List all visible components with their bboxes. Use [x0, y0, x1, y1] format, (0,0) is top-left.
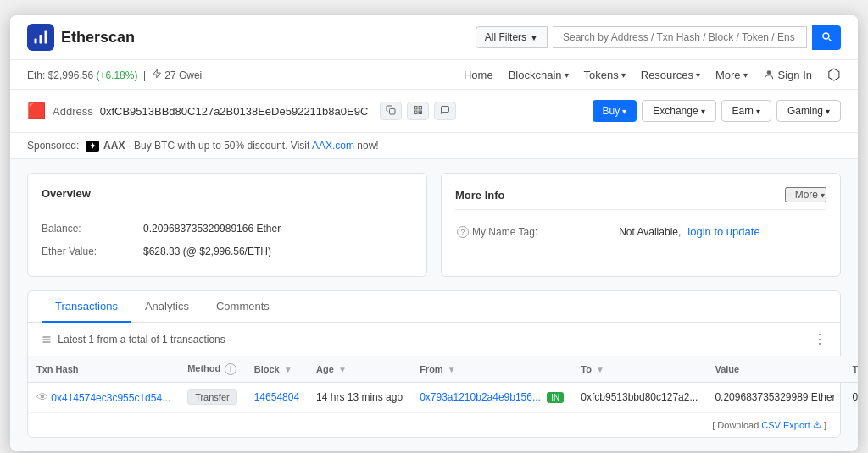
chevron-down-icon: ▾ — [565, 70, 569, 80]
exchange-button[interactable]: Exchange ▾ — [642, 100, 715, 122]
table-row: 👁 0x414574ec3c955c1d54... Transfer 14654… — [28, 383, 858, 412]
tabs-bar: Transactions Analytics Comments — [28, 291, 840, 323]
csv-export-link[interactable]: CSV Export — [761, 420, 810, 430]
search-area: All Filters ▼ — [476, 25, 841, 50]
sponsor-suffix: now! — [357, 140, 378, 152]
age-text: 14 hrs 13 mins ago — [316, 391, 403, 403]
method-info-icon: i — [225, 363, 236, 375]
svg-rect-5 — [390, 109, 396, 115]
col-block: Block ▼ — [246, 356, 308, 383]
from-filter-icon[interactable]: ▼ — [448, 365, 456, 374]
heart-icon: ♥ — [787, 189, 793, 201]
svg-rect-12 — [420, 113, 422, 114]
tab-transactions[interactable]: Transactions — [42, 291, 131, 323]
csv-export-row: [ Download CSV Export ] — [28, 412, 840, 437]
nav-blockchain[interactable]: Blockchain ▾ — [509, 69, 569, 81]
question-icon: ? — [457, 226, 469, 238]
nav-resources[interactable]: Resources ▾ — [641, 69, 700, 81]
address-hash: 0xfCB9513BBd80C127a2B0138EeDe592211b8a0E… — [100, 105, 369, 118]
address-action-icons — [380, 102, 456, 120]
svg-marker-3 — [153, 69, 160, 78]
ether-value-label: Ether Value: — [42, 246, 143, 257]
buy-button[interactable]: Buy ▾ — [593, 100, 637, 122]
chevron-down-icon: ▾ — [621, 70, 626, 80]
svg-rect-7 — [419, 107, 422, 110]
sponsor-link[interactable]: AAX.com — [312, 140, 354, 152]
age-filter-icon[interactable]: ▼ — [338, 365, 347, 374]
sponsor-text: - Buy BTC with up to 50% discount. Visit — [128, 140, 310, 152]
svg-rect-0 — [35, 39, 37, 44]
gwei-text: 27 Gwei — [164, 69, 202, 81]
chevron-down-icon: ▼ — [530, 33, 538, 42]
svg-rect-8 — [415, 111, 418, 114]
sponsor-bar: Sponsored: ✦ AAX - Buy BTC with up to 50… — [10, 133, 858, 159]
more-info-panel: More Info ♥ More ▾ ? My Name Tag: Not Av… — [441, 173, 841, 277]
cell-value: 0.209683735329989 Ether — [706, 383, 843, 412]
cell-method: Transfer — [179, 383, 246, 412]
address-contract-icon: 🟥 — [27, 102, 46, 120]
address-left: 🟥 Address 0xfCB9513BBd80C127a2B0138EeDe5… — [27, 102, 456, 120]
from-address-link[interactable]: 0x793a1210b2a4e9b156... — [420, 391, 541, 403]
col-from: From ▼ — [411, 356, 572, 383]
search-button[interactable] — [812, 25, 841, 50]
name-tag-label: ? My Name Tag: — [455, 226, 537, 238]
col-txn-fee: Txn Fee — [844, 356, 858, 383]
cell-block: 14654804 — [246, 383, 308, 412]
filter-dropdown[interactable]: All Filters ▼ — [476, 26, 548, 48]
cell-age: 14 hrs 13 mins ago — [308, 383, 411, 412]
search-input[interactable] — [553, 26, 807, 48]
gaming-button[interactable]: Gaming ▾ — [776, 100, 841, 122]
copy-address-button[interactable] — [380, 102, 402, 120]
transactions-table: Txn Hash Method i Block ▼ Age ▼ — [28, 356, 858, 412]
to-address-text: 0xfcb9513bbd80c127a2... — [581, 391, 698, 403]
block-link[interactable]: 14654804 — [254, 391, 299, 403]
earn-button[interactable]: Earn ▾ — [721, 100, 771, 122]
ether-value-row: Ether Value: $628.33 (@ $2,996.56/ETH) — [42, 240, 413, 262]
txn-hash-link[interactable]: 0x414574ec3c955c1d54... — [51, 392, 170, 404]
col-txn-hash: Txn Hash — [28, 356, 179, 383]
overview-title: Overview — [42, 187, 413, 207]
svg-rect-6 — [415, 107, 418, 110]
transactions-section: Transactions Analytics Comments Latest 1… — [27, 290, 841, 438]
col-to: To ▼ — [572, 356, 706, 383]
ether-value: $628.33 (@ $2,996.56/ETH) — [143, 246, 271, 257]
logo-area: Etherscan — [27, 24, 135, 51]
sponsor-label: Sponsored: — [27, 140, 79, 152]
info-panels: Overview Balance: 0.209683735329989166 E… — [27, 173, 841, 277]
qr-code-button[interactable] — [407, 102, 429, 120]
block-filter-icon[interactable]: ▼ — [284, 365, 292, 374]
svg-rect-2 — [45, 31, 47, 44]
table-header-bar: Latest 1 from a total of 1 transactions … — [28, 323, 840, 356]
chevron-down-icon: ▾ — [743, 70, 748, 80]
balance-row: Balance: 0.209683735329989166 Ether — [42, 218, 413, 240]
tab-comments[interactable]: Comments — [203, 291, 283, 323]
sign-in-button[interactable]: Sign In — [763, 69, 812, 81]
nav-home[interactable]: Home — [464, 69, 493, 81]
cell-to: 0xfcb9513bbd80c127a2... — [572, 383, 706, 412]
svg-point-4 — [766, 70, 771, 75]
eth-logo-icon: ⬡ — [827, 65, 841, 84]
main-content: Overview Balance: 0.209683735329989166 E… — [10, 159, 858, 451]
tab-analytics[interactable]: Analytics — [131, 291, 203, 323]
col-method: Method i — [179, 356, 246, 383]
eth-price-area: Eth: $2,996.56 (+6.18%) | 27 Gwei — [27, 69, 202, 81]
chevron-down-icon: ▾ — [821, 191, 825, 200]
balance-label: Balance: — [42, 223, 143, 235]
table-options-button[interactable]: ⋮ — [813, 331, 826, 347]
eye-icon[interactable]: 👁 — [36, 390, 48, 404]
chevron-down-icon: ▾ — [756, 107, 760, 116]
nav-more[interactable]: More ▾ — [715, 69, 748, 81]
more-info-header: More Info ♥ More ▾ — [455, 187, 826, 210]
svg-rect-1 — [40, 35, 42, 44]
more-info-button[interactable]: ♥ More ▾ — [785, 187, 826, 202]
name-tag-value: Not Available, — [619, 226, 681, 238]
to-filter-icon[interactable]: ▼ — [596, 365, 604, 374]
filter-label: All Filters — [485, 31, 526, 43]
value-text: 0.209683735329989 Ether — [715, 391, 835, 403]
in-badge: IN — [547, 392, 564, 403]
nav-tokens[interactable]: Tokens ▾ — [584, 69, 626, 81]
chat-button[interactable] — [434, 102, 456, 120]
login-link[interactable]: login to update — [687, 225, 760, 238]
address-bar: 🟥 Address 0xfCB9513BBd80C127a2B0138EeDe5… — [10, 90, 858, 133]
svg-rect-9 — [419, 111, 420, 113]
